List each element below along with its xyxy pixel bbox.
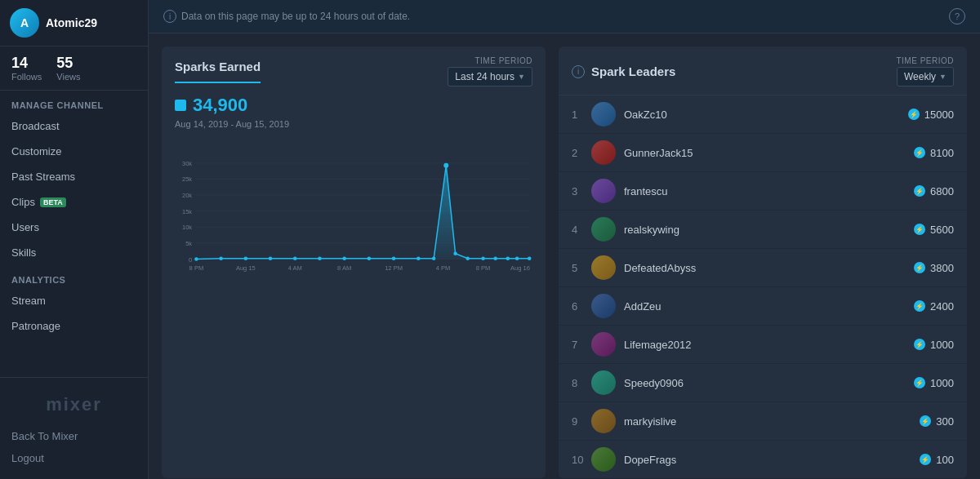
svg-point-17 bbox=[269, 257, 273, 261]
sidebar-item-past-streams-label: Past Streams bbox=[11, 171, 75, 183]
follows-label: Follows bbox=[11, 72, 42, 82]
leaders-panel: i Spark Leaders Time Period Weekly ▼ 1 O… bbox=[559, 47, 967, 478]
leader-rank: 6 bbox=[572, 300, 588, 313]
sidebar-item-past-streams[interactable]: Past Streams bbox=[0, 164, 148, 189]
sparks-time-period-dropdown[interactable]: Last 24 hours ▼ bbox=[448, 67, 532, 86]
sidebar-item-customize[interactable]: Customize bbox=[0, 139, 148, 164]
sidebar-item-patronage[interactable]: Patronage bbox=[0, 313, 148, 339]
svg-point-23 bbox=[416, 257, 421, 261]
spark-icon: ⚡ bbox=[914, 339, 925, 350]
leader-row: 5 DefeatedAbyss ⚡ 3800 bbox=[559, 249, 967, 287]
leader-sparks-area: ⚡ 8100 bbox=[914, 147, 954, 159]
sidebar-header: A Atomic29 bbox=[0, 0, 148, 47]
leader-spark-count: 1000 bbox=[930, 377, 954, 389]
svg-point-31 bbox=[515, 257, 519, 261]
spark-icon: ⚡ bbox=[914, 147, 925, 158]
sparks-panel: Sparks Earned Time Period Last 24 hours … bbox=[162, 47, 546, 478]
sidebar-item-broadcast[interactable]: Broadcast bbox=[0, 113, 148, 139]
leader-rank: 7 bbox=[572, 339, 588, 351]
leaders-time-period-value: Weekly bbox=[904, 71, 936, 82]
sidebar-item-clips-label: Clips bbox=[11, 196, 35, 208]
leaders-title-area: i Spark Leaders bbox=[572, 64, 675, 78]
leaders-list: 1 OakZc10 ⚡ 15000 2 GunnerJack15 ⚡ 8100 … bbox=[559, 95, 967, 478]
sidebar-item-users-label: Users bbox=[11, 221, 39, 233]
svg-text:25k: 25k bbox=[182, 175, 192, 183]
leader-rank: 8 bbox=[572, 377, 588, 389]
leader-row: 3 frantescu ⚡ 6800 bbox=[559, 172, 967, 211]
leader-name: frantescu bbox=[624, 185, 914, 197]
leader-name: GunnerJack15 bbox=[624, 147, 914, 159]
leaders-time-period-dropdown[interactable]: Weekly ▼ bbox=[897, 67, 954, 86]
spark-color-dot bbox=[175, 100, 186, 111]
leader-sparks-area: ⚡ 1000 bbox=[914, 339, 954, 351]
leader-avatar bbox=[591, 370, 616, 395]
svg-point-22 bbox=[392, 257, 396, 261]
info-bar: i Data on this page may be up to 24 hour… bbox=[149, 0, 980, 33]
leader-sparks-area: ⚡ 15000 bbox=[908, 109, 954, 121]
sidebar-item-stream[interactable]: Stream bbox=[0, 288, 148, 313]
info-icon: i bbox=[163, 10, 176, 23]
sparks-date-range: Aug 14, 2019 - Aug 15, 2019 bbox=[162, 119, 546, 135]
leader-spark-count: 6800 bbox=[930, 185, 954, 197]
leader-name: realskywing bbox=[624, 224, 914, 236]
leader-spark-count: 2400 bbox=[930, 300, 954, 313]
sidebar: A Atomic29 14 Follows 55 Views MANAGE CH… bbox=[0, 0, 149, 479]
panels-row: Sparks Earned Time Period Last 24 hours … bbox=[149, 33, 980, 479]
leaders-time-period-selector: Time Period Weekly ▼ bbox=[896, 56, 954, 86]
leaders-info-icon: i bbox=[572, 65, 585, 78]
spark-icon: ⚡ bbox=[914, 377, 925, 388]
leader-rank: 9 bbox=[572, 415, 588, 428]
leader-sparks-area: ⚡ 6800 bbox=[914, 185, 954, 197]
help-icon[interactable]: ? bbox=[949, 8, 965, 24]
svg-text:20k: 20k bbox=[182, 192, 192, 199]
svg-point-20 bbox=[342, 257, 346, 261]
svg-point-21 bbox=[368, 257, 372, 261]
leader-rank: 10 bbox=[572, 454, 588, 466]
svg-text:8 AM: 8 AM bbox=[337, 264, 351, 272]
back-to-mixer-link[interactable]: Back To Mixer bbox=[0, 425, 148, 447]
leader-rank: 1 bbox=[572, 109, 588, 121]
mixer-logo: mixer bbox=[0, 388, 148, 425]
leaders-time-period-label: Time Period bbox=[896, 56, 954, 65]
svg-text:15k: 15k bbox=[182, 208, 192, 215]
leader-row: 7 Lifemage2012 ⚡ 1000 bbox=[559, 326, 967, 364]
leader-row: 2 GunnerJack15 ⚡ 8100 bbox=[559, 134, 967, 172]
svg-point-28 bbox=[481, 257, 485, 261]
svg-text:4 PM: 4 PM bbox=[436, 264, 451, 272]
leader-spark-count: 5600 bbox=[930, 224, 954, 236]
leader-sparks-area: ⚡ 5600 bbox=[914, 224, 954, 236]
leader-sparks-area: ⚡ 3800 bbox=[914, 262, 954, 274]
sparks-time-period-label: Time Period bbox=[474, 56, 532, 65]
info-bar-text: i Data on this page may be up to 24 hour… bbox=[163, 10, 410, 23]
beta-badge: BETA bbox=[40, 197, 66, 207]
sidebar-item-patronage-label: Patronage bbox=[11, 320, 60, 332]
sidebar-item-skills[interactable]: Skills bbox=[0, 240, 148, 265]
sparks-panel-title: Sparks Earned bbox=[175, 60, 261, 83]
svg-text:Aug 16: Aug 16 bbox=[510, 264, 530, 272]
leader-name: AddZeu bbox=[624, 300, 914, 313]
leader-row: 10 DopeFrags ⚡ 100 bbox=[559, 441, 967, 478]
sidebar-footer: mixer Back To Mixer Logout bbox=[0, 377, 148, 479]
sidebar-item-skills-label: Skills bbox=[11, 246, 36, 259]
svg-text:Aug 15: Aug 15 bbox=[236, 264, 256, 272]
svg-point-18 bbox=[293, 257, 297, 261]
sidebar-item-customize-label: Customize bbox=[11, 145, 61, 157]
leader-spark-count: 300 bbox=[936, 415, 954, 428]
sidebar-stats: 14 Follows 55 Views bbox=[0, 47, 148, 91]
svg-point-32 bbox=[528, 257, 532, 261]
sparks-panel-header: Sparks Earned Time Period Last 24 hours … bbox=[162, 47, 546, 86]
svg-text:12 PM: 12 PM bbox=[385, 264, 403, 272]
logout-link[interactable]: Logout bbox=[0, 447, 148, 469]
sidebar-item-users[interactable]: Users bbox=[0, 215, 148, 240]
svg-point-27 bbox=[466, 257, 470, 261]
sidebar-item-stream-label: Stream bbox=[11, 295, 46, 307]
leader-row: 8 Speedy0906 ⚡ 1000 bbox=[559, 364, 967, 402]
leader-name: DopeFrags bbox=[624, 454, 920, 466]
svg-text:4 AM: 4 AM bbox=[288, 264, 302, 272]
svg-text:8 PM: 8 PM bbox=[476, 264, 491, 272]
sidebar-item-clips[interactable]: Clips BETA bbox=[0, 189, 148, 215]
svg-point-26 bbox=[453, 251, 457, 255]
leader-spark-count: 8100 bbox=[930, 147, 954, 159]
sparks-chart: 30k 25k 20k 15k 10k 5k 0 bbox=[175, 135, 532, 310]
follows-count: 14 bbox=[11, 55, 42, 72]
